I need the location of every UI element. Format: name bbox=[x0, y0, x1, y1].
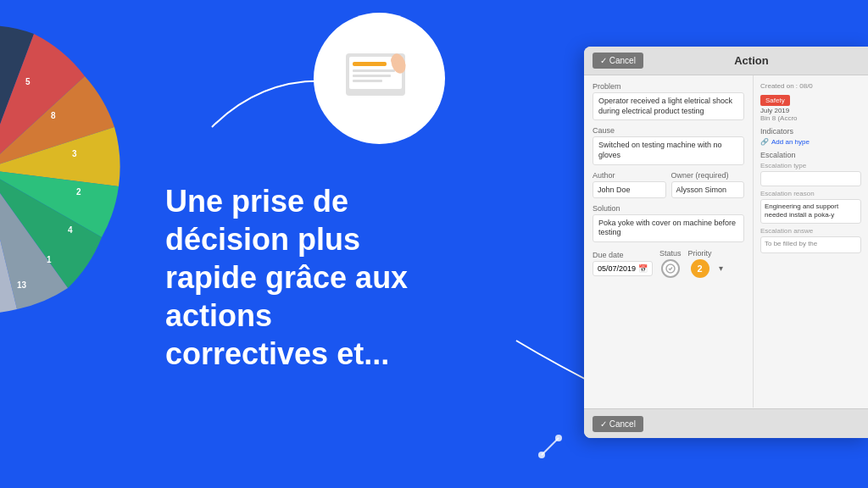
safety-badge: Safety bbox=[760, 95, 790, 106]
problem-value: Operator received a light eletrical shoc… bbox=[593, 92, 744, 120]
headline-line4: actions bbox=[165, 298, 272, 333]
priority-label: Priority bbox=[688, 249, 712, 258]
svg-rect-13 bbox=[353, 80, 382, 82]
action-panel: ✓ Cancel Action Problem Operator receive… bbox=[584, 47, 868, 438]
headline-line3: rapide grâce aux bbox=[165, 260, 408, 295]
escalation-type-label: Escalation type bbox=[760, 162, 861, 169]
due-date-text: 05/07/2019 bbox=[598, 264, 636, 273]
svg-rect-10 bbox=[353, 62, 387, 66]
priority-chevron[interactable]: ▾ bbox=[719, 263, 723, 273]
owner-label: Owner (required) bbox=[671, 171, 745, 180]
svg-text:3: 3 bbox=[72, 149, 77, 158]
cancel-button-bottom[interactable]: ✓ Cancel bbox=[593, 416, 643, 432]
cause-value: Switched on testing machine with no glov… bbox=[593, 136, 744, 164]
panel-left-column: Problem Operator received a light eletri… bbox=[584, 75, 754, 408]
add-hyperlink[interactable]: 🔗 Add an hype bbox=[760, 138, 861, 146]
owner-col: Owner (required) Alysson Simon bbox=[671, 171, 745, 198]
priority-badge[interactable]: 2 bbox=[691, 259, 709, 278]
link-icon: 🔗 bbox=[760, 138, 769, 146]
status-label: Status bbox=[659, 249, 682, 258]
solution-label: Solution bbox=[593, 204, 744, 213]
panel-body: Problem Operator received a light eletri… bbox=[584, 75, 868, 408]
svg-point-15 bbox=[391, 57, 399, 64]
created-on-text: Created on : 08/0 bbox=[760, 82, 861, 90]
escalation-reason-label: Escalation reason bbox=[760, 190, 861, 197]
svg-text:13: 13 bbox=[17, 280, 27, 290]
due-date-label: Due date bbox=[593, 251, 653, 259]
safety-bin: Bin 8 (Accro bbox=[760, 114, 861, 122]
svg-text:8: 8 bbox=[51, 111, 56, 120]
due-date-col: Due date 05/07/2019 📅 bbox=[593, 251, 653, 276]
indicators-label: Indicators bbox=[760, 127, 861, 136]
status-icon-circle[interactable] bbox=[661, 259, 680, 278]
panel-title: Action bbox=[643, 54, 860, 67]
calendar-icon[interactable]: 📅 bbox=[638, 264, 648, 273]
tablet-illustration bbox=[314, 13, 445, 144]
bottom-tool-icon bbox=[533, 430, 567, 467]
author-value: John Doe bbox=[593, 181, 666, 198]
svg-line-19 bbox=[542, 438, 559, 455]
svg-rect-11 bbox=[353, 69, 395, 72]
svg-text:2: 2 bbox=[76, 187, 81, 197]
escalation-type-field[interactable] bbox=[760, 171, 861, 186]
owner-value: Alysson Simon bbox=[671, 181, 745, 198]
escalation-answer-text: To be filled by the bbox=[760, 236, 861, 253]
problem-label: Problem bbox=[593, 82, 744, 91]
main-headline: Une prise de décision plus rapide grâce … bbox=[165, 182, 408, 373]
panel-footer: ✓ Cancel bbox=[584, 408, 868, 438]
escalation-reason-text: Engineering and support needed install a… bbox=[760, 199, 861, 224]
cancel-button-top[interactable]: ✓ Cancel bbox=[593, 53, 643, 69]
panel-header: ✓ Cancel Action bbox=[584, 47, 868, 75]
svg-text:4: 4 bbox=[68, 225, 73, 235]
escalation-label: Escalation bbox=[760, 151, 861, 159]
author-label: Author bbox=[593, 171, 666, 180]
svg-text:5: 5 bbox=[25, 77, 31, 86]
bottom-row: Due date 05/07/2019 📅 Status Priority 2 bbox=[593, 249, 744, 278]
headline-line5: correctives et... bbox=[165, 336, 389, 371]
status-col: Status bbox=[659, 249, 682, 278]
escalation-answer-label: Escalation answe bbox=[760, 227, 861, 235]
panel-right-column: Created on : 08/0 Safety July 2019 Bin 8… bbox=[754, 75, 868, 408]
cause-label: Cause bbox=[593, 126, 744, 135]
solution-value: Poka yoke with cover on machine before t… bbox=[593, 214, 744, 242]
safety-date: July 2019 bbox=[760, 107, 861, 114]
headline-line2: décision plus bbox=[165, 222, 360, 257]
headline-line1: Une prise de bbox=[165, 184, 348, 219]
svg-text:1: 1 bbox=[47, 255, 52, 264]
author-col: Author John Doe bbox=[593, 171, 666, 198]
due-date-value: 05/07/2019 📅 bbox=[593, 261, 653, 276]
priority-col: Priority 2 bbox=[688, 249, 712, 278]
pie-chart-decoration: 5 8 3 2 4 1 13 bbox=[0, 8, 136, 334]
svg-rect-12 bbox=[353, 75, 391, 77]
